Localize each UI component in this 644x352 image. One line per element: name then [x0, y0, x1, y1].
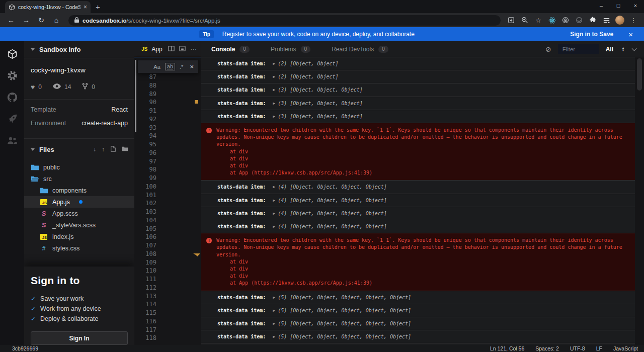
search-close-icon[interactable]: × [190, 63, 194, 70]
console-log-row[interactable]: stats-data item: ▶ (4) [Object, Object, … [201, 207, 635, 220]
expand-arrow-icon[interactable]: ▶ [273, 211, 275, 216]
extension-target-icon[interactable] [561, 16, 570, 25]
new-folder-icon[interactable] [122, 146, 128, 153]
tab-problems[interactable]: Problems 0 [271, 46, 310, 53]
tab-close-icon[interactable]: × [84, 4, 87, 10]
expand-arrow-icon[interactable]: ▶ [273, 185, 275, 189]
console-scrollbar-thumb[interactable] [637, 58, 642, 91]
github-icon[interactable] [7, 92, 18, 103]
bookmark-star-icon[interactable]: ☆ [534, 16, 543, 25]
console-warning-row[interactable]: ! Warning: Encountered two children with… [201, 123, 635, 181]
forward-icon[interactable]: → [20, 14, 32, 26]
home-icon[interactable]: ⌂ [50, 14, 62, 26]
file-row-src[interactable]: src [24, 173, 134, 185]
whole-word-button[interactable]: ab [165, 63, 175, 70]
save-page-icon[interactable] [507, 16, 516, 25]
template-value[interactable]: React [111, 106, 128, 113]
console-log-row[interactable]: stats-data item: ▶ (3) [Object, Object, … [201, 110, 635, 123]
file-row-styles-css[interactable]: # styles.css [24, 242, 134, 254]
console-log-row[interactable]: stats-data item: ▶ (5) [Object, Object, … [201, 317, 635, 330]
back-icon[interactable]: ← [5, 14, 17, 26]
open-preview-icon[interactable] [179, 45, 186, 54]
regex-button[interactable]: .* [180, 64, 183, 70]
status-bar: 3cb926669 Ln 121, Col 56Spaces: 2UTF-8LF… [0, 345, 644, 352]
sandbox-info-header[interactable]: Sandbox Info [24, 41, 134, 58]
expand-arrow-icon[interactable]: ▶ [273, 87, 275, 92]
status-item[interactable]: LF [596, 345, 602, 351]
files-header[interactable]: Files ↓ ↑ [24, 142, 134, 157]
extensions-puzzle-icon[interactable] [588, 16, 597, 25]
sandbox-info-cube-icon[interactable] [7, 48, 18, 59]
expand-arrow-icon[interactable]: ▶ [273, 101, 275, 106]
console-log-row[interactable]: stats-data item: ▶ (4) [Object, Object, … [201, 181, 635, 194]
download-icon[interactable]: ↓ [93, 146, 96, 153]
tab-list-icon[interactable] [602, 16, 611, 25]
console-log-row[interactable]: stats-data item: ▶ (5) [Object, Object, … [201, 304, 635, 317]
file-row--stylevars-scss[interactable]: S _styleVars.scss [24, 219, 134, 231]
console-log-row[interactable]: stats-data item: ▶ (2) [Object, Object] [201, 70, 635, 83]
status-item[interactable]: JavaScript [613, 345, 638, 351]
console-log-row[interactable]: stats-data item: ▶ (4) [Object, Object, … [201, 194, 635, 207]
react-devtools-extension-icon[interactable] [547, 16, 556, 25]
tab-console[interactable]: Console 0 [211, 46, 250, 53]
console-log-row[interactable]: stats-data item: ▶ (5) [Object, Object, … [201, 330, 635, 343]
expand-arrow-icon[interactable]: ▶ [273, 74, 275, 79]
status-item[interactable]: Spaces: 2 [535, 345, 559, 351]
editor-pane[interactable]: JS App ⋯ Aa ab .* × 87888990919293949596… [134, 41, 201, 345]
file-name: _styleVars.scss [52, 222, 96, 229]
console-log-row[interactable]: stats-data item: ▶ (4) [Object, Object, … [201, 220, 635, 233]
collapse-console-icon[interactable] [632, 46, 637, 51]
console-log-row[interactable]: stats-data item: ▶ (3) [Object, Object, … [201, 97, 635, 110]
expand-arrow-icon[interactable]: ▶ [273, 224, 275, 229]
match-case-button[interactable]: Aa [153, 64, 160, 70]
console-log-row[interactable]: stats-data item: ▶ (5) [Object, Object, … [201, 291, 635, 304]
upload-icon[interactable]: ↑ [102, 146, 105, 153]
file-row-components[interactable]: components [24, 185, 134, 196]
clear-console-icon[interactable]: ⊘ [545, 45, 551, 53]
status-item[interactable]: UTF-8 [570, 345, 585, 351]
extension-circle-icon[interactable] [575, 16, 584, 25]
reload-icon[interactable]: ↻ [35, 14, 47, 26]
file-row-app-js[interactable]: JS App.js [24, 196, 134, 208]
editor-more-icon[interactable]: ⋯ [190, 45, 197, 53]
window-minimize-button[interactable]: – [593, 0, 610, 11]
expand-arrow-icon[interactable]: ▶ [273, 321, 275, 326]
console-scrollbar[interactable] [635, 57, 644, 345]
console-warning-row[interactable]: ! Warning: Encountered two children with… [201, 233, 635, 291]
sign-in-button[interactable]: Sign In [31, 331, 128, 345]
sidebar: Sandbox Info cocky-wing-1kvxw ♥ 0 14 0 [24, 41, 134, 345]
console-log-row[interactable]: stats-data item: ▶ (3) [Object, Object, … [201, 83, 635, 97]
file-row-index-js[interactable]: JS index.js [24, 231, 134, 242]
banner-close-icon[interactable]: × [628, 30, 633, 39]
live-users-icon[interactable] [7, 135, 18, 146]
files-actions: ↓ ↑ [93, 146, 128, 153]
expand-arrow-icon[interactable]: ▶ [273, 61, 275, 66]
expand-arrow-icon[interactable]: ▶ [273, 295, 275, 300]
settings-gear-icon[interactable] [7, 70, 18, 81]
expand-arrow-icon[interactable]: ▶ [273, 308, 275, 313]
url-bar[interactable]: codesandbox.io/s/cocky-wing-1kvxw?file=/… [68, 15, 501, 26]
banner-signin-link[interactable]: Sign in to Save [570, 31, 613, 38]
profile-avatar[interactable] [615, 16, 624, 25]
editor-body[interactable]: 8788899091929394959697989910010110210310… [134, 57, 201, 345]
status-item[interactable]: Ln 121, Col 56 [490, 345, 524, 351]
log-level-select[interactable]: All ▴▾ [606, 46, 624, 53]
zoom-icon[interactable] [520, 16, 529, 25]
expand-arrow-icon[interactable]: ▶ [273, 114, 275, 119]
browser-tab[interactable]: cocky-wing-1kvxw - CodeSandb × [5, 1, 91, 13]
deploy-rocket-icon[interactable] [7, 113, 18, 124]
console-log-row[interactable]: stats-data item: ▶ (2) [Object, Object] [201, 57, 635, 70]
tab-react-devtools[interactable]: React DevTools 0 [332, 46, 388, 53]
window-maximize-button[interactable]: □ [610, 0, 627, 11]
window-close-button[interactable]: × [627, 0, 644, 11]
expand-arrow-icon[interactable]: ▶ [273, 334, 275, 339]
file-row-public[interactable]: public [24, 161, 134, 173]
split-editor-icon[interactable] [168, 45, 175, 54]
new-file-icon[interactable] [110, 146, 116, 153]
expand-arrow-icon[interactable]: ▶ [273, 198, 275, 203]
browser-menu-kebab-icon[interactable]: ⋮ [629, 16, 638, 25]
file-row-app-scss[interactable]: S App.scss [24, 208, 134, 219]
filter-input[interactable] [558, 44, 599, 54]
editor-tab-app-js[interactable]: App [151, 46, 162, 53]
new-tab-button[interactable]: + [96, 3, 100, 11]
